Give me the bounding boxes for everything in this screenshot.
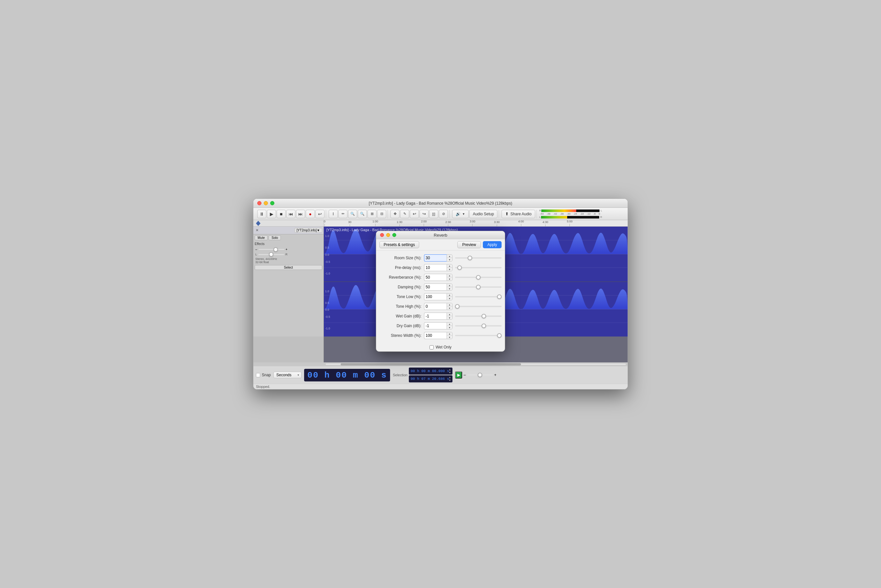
share-audio-button[interactable]: ⬆ Share Audio xyxy=(502,210,535,218)
dialog-minimize-button[interactable] xyxy=(386,233,390,237)
stereo-width-slider[interactable] xyxy=(455,335,502,336)
apply-button[interactable]: Apply xyxy=(483,241,502,248)
damping-input[interactable] xyxy=(424,284,446,291)
play-from-button[interactable]: ▶ xyxy=(455,371,462,378)
pan-slider[interactable] xyxy=(258,254,284,255)
meter-scale: -54-48-42-36-30-24-18-12-60 xyxy=(539,212,601,215)
gain-slider[interactable] xyxy=(259,249,285,250)
pause-button[interactable]: ⏸ xyxy=(257,210,266,218)
record-button[interactable]: ● xyxy=(306,210,315,218)
volume-button[interactable]: 🔊 ▼ xyxy=(452,210,469,218)
stop-button[interactable]: ■ xyxy=(277,210,286,218)
param-row-reverberance: Reverberance (%): ▲ ▼ xyxy=(379,273,502,282)
tone-high-input[interactable] xyxy=(424,303,446,310)
room-size-down[interactable]: ▼ xyxy=(447,258,452,261)
selection-container: Selection 00 h 00 m 00.000 s ▲ ▼ 00 h 07… xyxy=(393,368,452,382)
reverberance-up[interactable]: ▲ xyxy=(447,274,452,278)
track-close-button[interactable]: ✕ xyxy=(255,228,259,232)
mute-button[interactable]: Mute xyxy=(255,236,268,240)
presets-settings-button[interactable]: Presets & settings xyxy=(379,241,419,248)
wet-only-checkbox[interactable] xyxy=(430,345,434,350)
wet-only-row: Wet Only xyxy=(376,343,505,351)
stereo-width-up[interactable]: ▲ xyxy=(447,332,452,336)
tone-low-input[interactable] xyxy=(424,293,446,300)
tone-high-down[interactable]: ▼ xyxy=(447,306,452,310)
ruler-tick-200: 2:00 xyxy=(421,220,427,226)
share-audio-label: Share Audio xyxy=(510,212,531,216)
dry-gain-up[interactable]: ▲ xyxy=(447,322,452,326)
room-size-input-group: ▲ ▼ xyxy=(424,254,452,261)
wet-gain-down[interactable]: ▼ xyxy=(447,316,452,320)
wet-gain-slider[interactable] xyxy=(455,315,502,317)
minimize-button[interactable] xyxy=(264,201,268,205)
dry-gain-input[interactable] xyxy=(424,322,446,329)
dialog-title-label: Reverb xyxy=(434,233,447,238)
room-size-up[interactable]: ▲ xyxy=(447,255,452,258)
dialog-close-button[interactable] xyxy=(380,233,384,237)
tone-low-up[interactable]: ▲ xyxy=(447,294,452,297)
pre-delay-down[interactable]: ▼ xyxy=(447,268,452,271)
zoom-in-button[interactable]: 🔍 xyxy=(348,210,357,218)
room-size-spinners: ▲ ▼ xyxy=(446,254,452,261)
draw-tool-button[interactable]: ✎ xyxy=(400,210,409,218)
tone-high-slider[interactable] xyxy=(455,306,502,307)
envelope-tool-button[interactable]: ✏ xyxy=(339,210,348,218)
maximize-button[interactable] xyxy=(270,201,274,205)
ruler-offset xyxy=(253,220,324,226)
reverberance-input[interactable] xyxy=(424,274,446,281)
speed-slider[interactable] xyxy=(467,374,493,376)
pre-delay-input[interactable] xyxy=(424,264,446,271)
tone-high-up[interactable]: ▲ xyxy=(447,303,452,306)
solo-button[interactable]: Solo xyxy=(268,236,281,240)
undo-button[interactable]: ↩ xyxy=(410,210,419,218)
reverberance-down[interactable]: ▼ xyxy=(447,278,452,280)
zoom-fit-button[interactable]: ⊟ xyxy=(377,210,386,218)
track-name-button[interactable]: [YT2mp3.info]▼ xyxy=(294,228,322,233)
room-size-input[interactable] xyxy=(424,254,446,261)
seconds-dropdown[interactable]: Seconds hh:mm:ss Samples xyxy=(273,372,301,378)
wet-gain-slider-wrapper xyxy=(455,315,502,317)
scrollbar-track[interactable] xyxy=(325,363,626,366)
select-button[interactable]: Select xyxy=(255,265,322,270)
dialog-title-bar: Reverb xyxy=(376,231,505,239)
skip-back-button[interactable]: ⏮ xyxy=(286,210,295,218)
redo-button[interactable]: ↪ xyxy=(420,210,429,218)
close-button[interactable] xyxy=(257,201,261,205)
select-tool-button[interactable]: I xyxy=(329,210,338,218)
room-size-slider[interactable] xyxy=(455,257,502,259)
scrollbar-thumb[interactable] xyxy=(341,363,521,365)
tone-low-slider[interactable] xyxy=(455,296,502,297)
skip-forward-button[interactable]: ⏭ xyxy=(296,210,305,218)
wet-gain-up[interactable]: ▲ xyxy=(447,313,452,316)
damping-down[interactable]: ▼ xyxy=(447,287,452,290)
dry-gain-slider[interactable] xyxy=(455,325,502,327)
damping-input-group: ▲ ▼ xyxy=(424,284,452,291)
reverberance-slider[interactable] xyxy=(455,277,502,278)
trim-button[interactable]: [|] xyxy=(429,210,438,218)
multi-tool-button[interactable]: ✥ xyxy=(390,210,400,218)
damping-up[interactable]: ▲ xyxy=(447,284,452,287)
damping-slider[interactable] xyxy=(455,286,502,288)
snap-checkbox[interactable] xyxy=(256,373,260,377)
loop-button[interactable]: ↩ xyxy=(315,210,325,218)
dry-gain-down[interactable]: ▼ xyxy=(447,326,452,329)
dialog-maximize-button[interactable] xyxy=(393,233,396,237)
selection-end-arrows[interactable]: ▲ ▼ xyxy=(449,376,451,382)
stereo-width-input[interactable] xyxy=(424,332,446,339)
preview-button[interactable]: Preview xyxy=(457,241,481,248)
pre-delay-up[interactable]: ▲ xyxy=(447,264,452,268)
tone-low-down[interactable]: ▼ xyxy=(447,297,452,300)
damping-slider-wrapper xyxy=(455,286,502,288)
stereo-width-down[interactable]: ▼ xyxy=(447,336,452,339)
selection-start-arrows[interactable]: ▲ ▼ xyxy=(449,368,451,374)
audio-setup-button[interactable]: Audio Setup xyxy=(469,210,497,218)
pre-delay-slider[interactable] xyxy=(455,267,502,268)
zoom-out-button[interactable]: 🔍 xyxy=(358,210,367,218)
zoom-sel-button[interactable]: ⊞ xyxy=(367,210,376,218)
play-button[interactable]: ▶ xyxy=(267,210,276,218)
meter-l-fill xyxy=(541,216,567,219)
horizontal-scrollbar[interactable] xyxy=(253,362,628,366)
silence-button[interactable]: ⊘ xyxy=(439,210,448,218)
wet-gain-input[interactable] xyxy=(424,313,446,320)
stereo-width-slider-wrapper xyxy=(455,335,502,336)
